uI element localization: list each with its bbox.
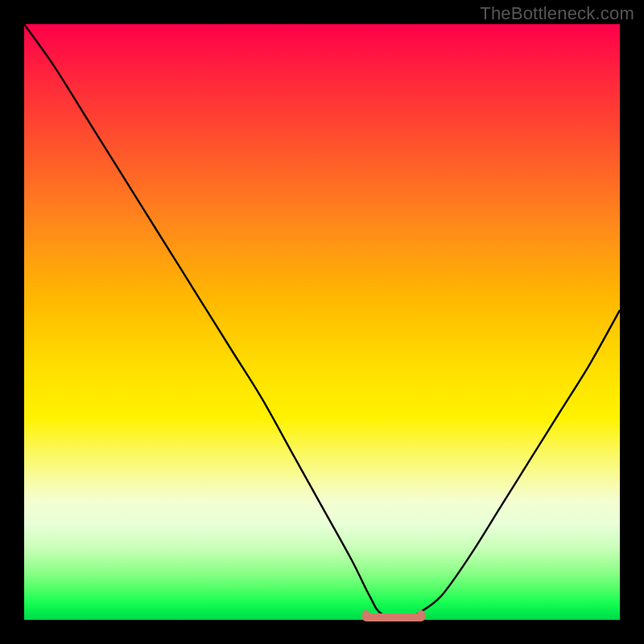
chart-plot-area xyxy=(24,24,620,620)
bottleneck-curve xyxy=(24,24,620,620)
watermark-text: TheBottleneck.com xyxy=(480,3,634,24)
optimal-range-marker xyxy=(364,613,423,621)
